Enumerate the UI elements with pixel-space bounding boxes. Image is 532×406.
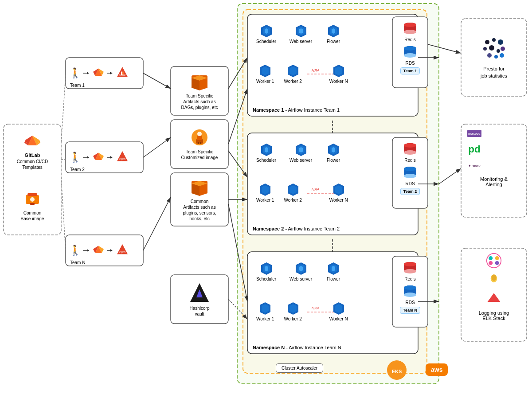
svg-point-87	[197, 132, 202, 136]
elastic-icon	[486, 253, 502, 269]
team1-box: 🚶 CI|CD Team 1	[66, 58, 143, 89]
architecture-diagram: GitLab Common CI/CDTemplates CommonBase …	[0, 0, 532, 406]
svg-point-173	[500, 53, 504, 58]
person-icon-teamn: 🚶	[69, 245, 81, 256]
scheduler-ns2: Scheduler	[256, 142, 276, 163]
rds-icon-nsn	[403, 283, 418, 298]
svg-point-171	[487, 53, 492, 58]
svg-rect-48	[27, 193, 37, 196]
common-artifacts-box: CommonArtifacts such asplugins, sensors,…	[171, 173, 228, 226]
svg-marker-139	[289, 304, 297, 313]
svg-marker-111	[335, 66, 342, 75]
svg-point-170	[483, 47, 487, 51]
gitlab-teamn	[92, 244, 105, 257]
svg-rect-88	[198, 142, 199, 144]
redis-rds-ns2: Redis RDS Team 2	[392, 137, 428, 208]
svg-text:✦ slack: ✦ slack	[468, 164, 481, 168]
svg-point-167	[492, 38, 496, 42]
svg-point-184	[495, 256, 499, 260]
pagerduty-icon: pd	[467, 141, 481, 155]
hashicorp-icon	[188, 281, 211, 304]
svg-marker-72	[87, 249, 89, 252]
svg-marker-109	[289, 66, 297, 75]
svg-marker-102	[299, 28, 303, 34]
hashicorp-vault-box: Hashicorpvault	[171, 275, 228, 324]
svg-point-174	[489, 45, 494, 51]
svg-marker-135	[332, 266, 335, 271]
person-icon-team1: 🚶	[69, 67, 81, 79]
eks-badge: EKS	[386, 359, 408, 381]
svg-text:EKS: EKS	[392, 369, 402, 374]
worker1-ns1: Worker 1	[256, 63, 274, 84]
svg-marker-105	[332, 28, 335, 34]
worker2-ns1: Worker 2	[284, 63, 301, 84]
svg-marker-114	[265, 147, 268, 152]
workern-nsn: Worker N	[329, 301, 348, 321]
flower-ns1: Flower	[325, 23, 341, 44]
scheduler-nsn: Scheduler	[256, 261, 276, 281]
svg-line-24	[143, 197, 171, 250]
svg-line-19	[61, 75, 66, 142]
svg-line-34	[428, 44, 461, 53]
workern-ns2: Worker N	[329, 182, 348, 203]
webserver-nsn: Web server	[289, 261, 312, 281]
presto-label: Presto forjob statistics	[481, 66, 507, 79]
redis-icon-ns1	[403, 20, 418, 35]
namespacen-label: Namespace N - Airflow Instance Team N	[253, 345, 341, 350]
svg-marker-141	[335, 304, 342, 313]
redis-rds-nsn: Redis RDS Team N	[392, 256, 428, 327]
teamn-badge: Team N	[400, 307, 420, 314]
worker2-ns2: Worker 2	[284, 182, 301, 203]
teamn-label: Team N	[70, 260, 85, 265]
svg-point-182	[487, 254, 501, 268]
hpa-label-ns1: HPA	[312, 68, 320, 73]
datadog-icon: DATADOG	[467, 129, 481, 138]
worker2-nsn: Worker 2	[284, 301, 301, 321]
scheduler-ns1: Scheduler	[256, 23, 276, 44]
redis-rds-ns1: Redis RDS Team 1	[392, 17, 428, 88]
cluster-autoscaler: Cluster Autoscaler	[276, 363, 323, 373]
svg-point-160	[404, 269, 416, 273]
cicd-icon-team1: CI|CD	[116, 66, 129, 79]
team1-label: Team 1	[70, 83, 85, 88]
svg-rect-86	[197, 136, 202, 140]
svg-point-165	[404, 285, 416, 290]
base-image-icon	[24, 191, 41, 207]
svg-point-144	[404, 30, 416, 34]
svg-point-175	[497, 49, 500, 53]
team2-badge: Team 2	[400, 188, 420, 195]
svg-marker-126	[335, 185, 342, 194]
team2-label: Team 2	[70, 167, 85, 172]
svg-text:DATADOG: DATADOG	[468, 133, 480, 135]
gitlab-team2	[92, 151, 105, 164]
svg-line-30	[228, 299, 247, 319]
rds-icon-ns2	[403, 164, 418, 180]
svg-point-169	[501, 47, 505, 51]
svg-point-145	[404, 23, 416, 27]
svg-point-152	[404, 150, 416, 155]
svg-line-27	[228, 151, 247, 177]
flower-ns2: Flower	[325, 142, 341, 163]
common-artifacts-label: CommonArtifacts such asplugins, sensors,…	[183, 199, 216, 222]
svg-rect-50	[30, 203, 35, 205]
gitlab-team1	[92, 66, 105, 80]
teamn-box: 🚶 CI|CD Team N	[66, 235, 143, 266]
svg-point-186	[495, 261, 499, 265]
svg-marker-137	[262, 304, 269, 313]
svg-point-157	[404, 167, 416, 171]
svg-point-148	[404, 53, 416, 58]
team2-box: 🚶 CI|CD Team 2	[66, 142, 143, 173]
svg-point-156	[404, 174, 416, 178]
monitoring-label: Monitoring &Alerting	[480, 176, 508, 187]
elk-icon	[486, 290, 502, 306]
svg-marker-107	[262, 66, 269, 75]
svg-marker-117	[299, 147, 303, 152]
svg-line-25	[228, 58, 247, 89]
hpa-label-ns2: HPA	[312, 187, 320, 191]
worker1-nsn: Worker 1	[256, 301, 274, 321]
svg-rect-89	[200, 142, 201, 144]
rds-icon-ns1	[403, 44, 418, 59]
looker-icon	[486, 271, 502, 287]
svg-point-172	[494, 55, 498, 59]
svg-marker-124	[289, 185, 297, 194]
